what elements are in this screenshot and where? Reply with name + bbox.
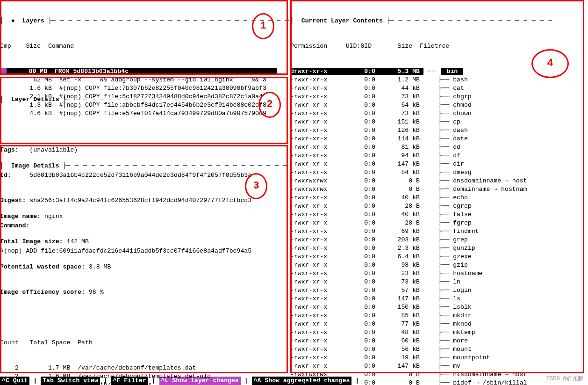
layer-details-panel: │ Layer Details ├─ ─ ─ ─ ─ ─ ─ ─ ─ ─ ─ ─…: [0, 79, 288, 142]
file-row[interactable]: -rwxr-xr-x 0:0 73 kB ├── chgrp: [290, 93, 585, 101]
file-row[interactable]: -rwxr-xr-x 0:0 1.2 MB ├── bash: [290, 76, 585, 84]
image-details-title: Image Details: [11, 162, 59, 169]
file-row[interactable]: -rwxr-xr-x 0:0 147 kB ├── mv: [290, 362, 585, 370]
file-row[interactable]: -rwxr-xr-x 0:0 94 kB ├── df: [290, 152, 585, 160]
wasted-columns: Count Total Space Path: [0, 339, 288, 347]
total-size-label: Total Image size:: [0, 238, 63, 245]
file-row[interactable]: -rwxr-xr-x 0:0 151 kB ├── cp: [290, 118, 585, 126]
file-row[interactable]: drwxr-xr-x 0:0 5.3 MB ── bin: [290, 67, 585, 76]
layers-panel: │ ● Layers ├─ ─ ─ ─ ─ ─ ─ ─ ─ ─ ─ ─ ─ ─ …: [0, 0, 288, 76]
file-row[interactable]: -rwxr-xr-x 0:0 28 B ├── egrep: [290, 202, 585, 211]
file-row[interactable]: -rwxr-xr-x 0:0 40 kB ├── echo: [290, 194, 585, 202]
file-row[interactable]: -rwxr-xr-x 0:0 150 kB ├── lsblk: [290, 303, 585, 312]
file-row[interactable]: -rwxr-xr-x 0:0 64 kB ├── chmod: [290, 101, 585, 109]
image-details-panel: │ Image Details ├─ ─ ─ ─ ─ ─ ─ ─ ─ ─ ─ ─…: [0, 145, 288, 385]
wasted-value: 3.8 MB: [89, 263, 111, 270]
file-row[interactable]: -rwxr-xr-x 0:0 23 kB ├── hostname: [290, 269, 585, 278]
contents-panel: │ Current Layer Contents ├─ ─ ─ ─ ─ ─ ─ …: [290, 0, 585, 385]
layers-title: Layers: [22, 17, 44, 24]
wasted-row[interactable]: 2 1.6 MB /var/cache/debconf/templates.da…: [0, 372, 288, 381]
wasted-label: Potential wasted space:: [0, 263, 85, 270]
file-row[interactable]: -rwxrwxrwx 0:0 0 B ├── dnsdomainname → h…: [290, 177, 585, 185]
file-row[interactable]: -rwxr-xr-x 0:0 48 kB ├── mktemp: [290, 328, 585, 337]
file-row[interactable]: -rwxr-xr-x 0:0 40 kB ├── false: [290, 211, 585, 219]
file-row[interactable]: -rwxr-xr-x 0:0 69 kB ├── findmnt: [290, 227, 585, 236]
file-row[interactable]: -rwxr-xr-x 0:0 147 kB ├── ls: [290, 295, 585, 303]
file-row[interactable]: -rwxr-xr-x 0:0 28 B ├── fgrep: [290, 219, 585, 227]
file-row[interactable]: -rwxr-xr-x 0:0 126 kB ├── dash: [290, 126, 585, 135]
file-row[interactable]: -rwxr-xr-x 0:0 114 kB ├── date: [290, 135, 585, 143]
contents-title: Current Layer Contents: [301, 17, 383, 24]
layer-row[interactable]: 80 MB FROM 5d8013b03a1bb4c: [0, 67, 288, 76]
file-row[interactable]: -rwxr-xr-x 0:0 19 kB ├── mountpoint: [290, 354, 585, 362]
bullet-icon: ●: [11, 17, 15, 24]
cmp-indicator-icon: [0, 68, 7, 75]
wasted-row[interactable]: 2 1.7 MB /var/cache/debconf/templates.da…: [0, 364, 288, 372]
file-row[interactable]: -rwxr-xr-x 0:0 203 kB ├── grep: [290, 236, 585, 244]
eff-label: Image efficiency score:: [0, 289, 85, 296]
file-row[interactable]: -rwxr-xr-x 0:0 2.3 kB ├── gunzip: [290, 244, 585, 253]
eff-value: 98 %: [89, 289, 104, 296]
file-row[interactable]: -rwxr-xr-x 0:0 85 kB ├── mkdir: [290, 312, 585, 320]
file-row[interactable]: -rwxr-xr-x 0:0 73 kB ├── ln: [290, 278, 585, 286]
file-row[interactable]: -rwxr-xr-x 0:0 56 kB ├── mount: [290, 345, 585, 354]
file-row[interactable]: -rwxr-xr-x 0:0 84 kB ├── dmesg: [290, 168, 585, 177]
layer-details-title: Layer Details: [11, 96, 59, 103]
file-row[interactable]: -rwxrwxrwx 0:0 0 B ├── pidof → /sbin/kil…: [290, 379, 585, 385]
image-name-value: nginx: [44, 213, 63, 220]
file-row[interactable]: -rwxr-xr-x 0:0 60 kB ├── more: [290, 337, 585, 345]
file-row[interactable]: -rwxrwxrwx 0:0 0 B ├── domainname → host…: [290, 185, 585, 194]
file-row[interactable]: -rwxr-xr-x 0:0 57 kB ├── login: [290, 286, 585, 295]
file-row[interactable]: -rwxrwxrwx 0:0 0 B ├── nisdomainname → h…: [290, 370, 585, 379]
image-name-label: Image name:: [0, 213, 41, 220]
file-row[interactable]: -rwxr-xr-x 0:0 6.4 kB ├── gzexe: [290, 253, 585, 261]
file-row[interactable]: -rwxr-xr-x 0:0 77 kB ├── mknod: [290, 320, 585, 328]
file-row[interactable]: -rwxr-xr-x 0:0 44 kB ├── cat: [290, 84, 585, 93]
file-row[interactable]: -rwxr-xr-x 0:0 81 kB ├── dd: [290, 143, 585, 152]
file-row[interactable]: -rwxr-xr-x 0:0 98 kB ├── gzip: [290, 261, 585, 269]
contents-columns: Permission UID:GID Size Filetree: [290, 42, 585, 51]
file-row[interactable]: -rwxr-xr-x 0:0 147 kB ├── dir: [290, 160, 585, 168]
file-row[interactable]: -rwxr-xr-x 0:0 73 kB ├── chown: [290, 109, 585, 118]
wasted-row[interactable]: 2 203 kB /var/lib/dpkg/status: [0, 381, 288, 385]
layers-columns: Cmp Size Command: [0, 42, 288, 51]
total-size-value: 142 MB: [66, 238, 88, 245]
